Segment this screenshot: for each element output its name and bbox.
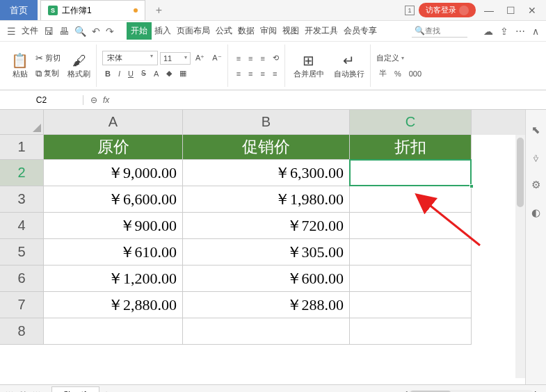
increase-font-button[interactable]: A⁺ [193,52,207,64]
row-header-7[interactable]: 7 [0,292,44,318]
row-header-6[interactable]: 6 [0,266,44,292]
align-bottom-button[interactable]: ≡ [258,53,268,64]
search-input[interactable] [425,26,460,35]
paste-button[interactable]: 📋 粘贴 [8,51,31,81]
number-format-label[interactable]: 自定义 [376,53,399,63]
name-box[interactable] [0,95,83,105]
font-name-select[interactable]: 宋体▾ [102,51,158,65]
tab-formula[interactable]: 公式 [213,22,235,40]
more-icon[interactable]: ⋯ [515,26,525,37]
fill-color-button[interactable]: ◆ [163,67,175,79]
cell-B1[interactable]: 促销价 [183,135,350,160]
sheet-tab-1[interactable]: Sheet1 [51,386,99,392]
align-center-button[interactable]: ≡ [246,68,255,79]
document-tab[interactable]: S 工作簿1 [40,0,145,20]
font-size-select[interactable]: 11▾ [160,52,191,65]
cell-A6[interactable]: ￥1,200.00 [44,266,183,292]
preview-icon[interactable]: 🔍 [74,26,86,37]
cell-A4[interactable]: ￥900.00 [44,213,183,239]
bold-button[interactable]: B [102,68,113,79]
hscroll-track[interactable] [408,390,533,393]
horizontal-scrollbar[interactable]: ◀ ▶ [401,389,546,392]
font-color-button[interactable]: A [151,68,161,79]
strike-button[interactable]: S̶ [138,67,149,79]
wrap-text-button[interactable]: ↵ 自动换行 [331,51,367,81]
sheet-nav-next[interactable]: ▶ [24,389,30,392]
cell-C7[interactable] [350,292,472,318]
fill-handle[interactable] [469,184,474,188]
close-button[interactable]: ✕ [524,3,540,17]
cell-A7[interactable]: ￥2,880.00 [44,292,183,318]
indent-button[interactable]: ≡ [270,68,280,79]
cell-A8[interactable] [44,318,183,345]
row-header-3[interactable]: 3 [0,186,44,213]
cell-B5[interactable]: ￥305.00 [183,239,350,266]
column-header-A[interactable]: A [44,110,183,135]
save-icon[interactable]: 🖫 [44,26,54,37]
style-tool-icon[interactable]: ⎀ [533,152,539,163]
cell-A1[interactable]: 原价 [44,135,183,160]
redo-icon[interactable]: ↷ [106,26,114,37]
help-tool-icon[interactable]: ◐ [531,206,540,219]
tab-review[interactable]: 审阅 [257,22,280,40]
row-header-1[interactable]: 1 [0,135,44,160]
guest-login-button[interactable]: 访客登录 [419,3,476,17]
cut-button[interactable]: ✂剪切 [35,51,61,66]
cell-B6[interactable]: ￥600.00 [183,266,350,292]
collapse-ribbon-icon[interactable]: ∧ [532,26,539,37]
cell-C3[interactable] [350,186,472,213]
cell-B4[interactable]: ￥720.00 [183,213,350,239]
share-icon[interactable]: ⇪ [500,26,508,37]
cell-B2[interactable]: ￥6,300.00 [183,160,350,186]
properties-tool-icon[interactable]: ⚙ [531,179,540,191]
fx-label[interactable]: fx [103,95,109,105]
window-state-icon[interactable]: 1 [405,6,415,15]
underline-button[interactable]: U [125,68,136,79]
cell-A2[interactable]: ￥9,000.00 [44,160,183,186]
thousands-button[interactable]: 000 [406,68,424,79]
cell-C4[interactable] [350,213,472,239]
home-tab[interactable]: 首页 [0,0,38,20]
cell-C8[interactable] [350,318,472,345]
vertical-scroll-thumb[interactable] [517,138,524,207]
align-top-button[interactable]: ≡ [234,53,243,64]
format-painter-button[interactable]: 🖌 格式刷 [65,51,93,81]
tab-data[interactable]: 数据 [235,22,257,40]
tab-start[interactable]: 开始 [127,22,152,40]
cell-C2[interactable] [350,160,472,186]
formula-input[interactable] [115,95,539,105]
hscroll-left-icon[interactable]: ◀ [401,389,407,392]
maximize-button[interactable]: ☐ [502,3,520,17]
cell-C5[interactable] [350,239,472,266]
select-all-corner[interactable] [0,110,44,135]
align-middle-button[interactable]: ≡ [246,53,255,64]
align-right-button[interactable]: ≡ [258,68,268,79]
add-sheet-button[interactable]: + [104,389,109,393]
italic-button[interactable]: I [115,68,123,79]
tab-layout[interactable]: 页面布局 [174,22,213,40]
cell-C6[interactable] [350,266,472,292]
file-menu[interactable]: 文件 [22,25,38,37]
border-button[interactable]: ▦ [177,67,189,79]
percent-button[interactable]: % [392,68,404,79]
search-box[interactable]: 🔍 [412,24,467,38]
sheet-nav-last[interactable]: ⏭ [33,389,40,392]
column-header-B[interactable]: B [183,110,350,135]
new-tab-button[interactable]: + [156,4,162,17]
tab-insert[interactable]: 插入 [152,22,174,40]
sheet-nav-prev[interactable]: ◀ [16,389,22,392]
tab-member[interactable]: 会员专享 [341,22,380,40]
sheet-nav-first[interactable]: ⏮ [6,389,13,392]
orientation-button[interactable]: ⟲ [270,52,282,64]
align-left-button[interactable]: ≡ [234,68,243,79]
undo-icon[interactable]: ↶ [92,26,100,37]
cell-A5[interactable]: ￥610.00 [44,239,183,266]
currency-button[interactable]: 半 [376,67,390,80]
row-header-8[interactable]: 8 [0,318,44,345]
row-header-2[interactable]: 2 [0,160,44,186]
menu-icon[interactable]: ☰ [7,26,16,37]
cell-B8[interactable] [183,318,350,345]
row-header-5[interactable]: 5 [0,239,44,266]
cell-B3[interactable]: ￥1,980.00 [183,186,350,213]
print-icon[interactable]: 🖶 [59,26,69,37]
